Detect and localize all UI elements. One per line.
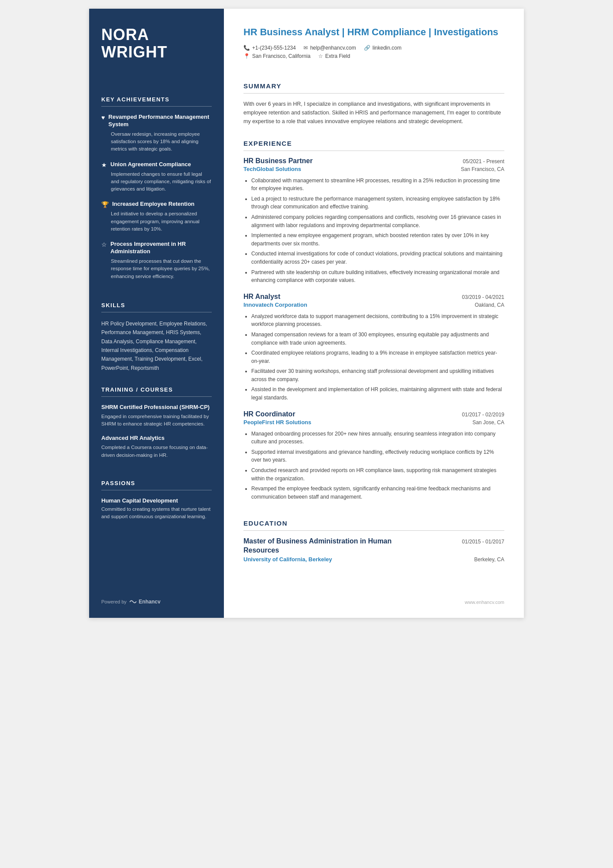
skills-divider <box>101 312 212 312</box>
main-job-title: HR Business Analyst | HRM Compliance | I… <box>243 26 504 39</box>
achievements-divider <box>101 106 212 107</box>
job-header-3: HR Coordinator 01/2017 - 02/2019 <box>243 410 504 418</box>
contact-location: 📍 San Francisco, California <box>243 53 310 59</box>
sidebar-footer: Powered by Enhancv <box>101 581 212 605</box>
job-subheader-2: Innovatech Corporation Oakland, CA <box>243 302 504 308</box>
edu-degree-1: Master of Business Administration in Hum… <box>243 537 413 555</box>
achievement-desc-3: Led initiative to develop a personalized… <box>101 210 212 233</box>
edu-subheader-1: University of California, Berkeley Berke… <box>243 556 504 563</box>
job-dates-3: 01/2017 - 02/2019 <box>462 412 504 418</box>
experience-divider <box>243 151 504 151</box>
achievement-desc-1: Oversaw redesign, increasing employee sa… <box>101 131 212 153</box>
job-bullets-2: Analyzed workforce data to support manag… <box>243 312 504 404</box>
achievement-title-4: Process Improvement in HR Administration <box>110 241 212 255</box>
job-title-1: HR Business Partner <box>243 157 313 165</box>
achievement-item-2: ★ Union Agreement Compliance Implemented… <box>101 161 212 193</box>
passion-desc-1: Committed to creating systems that nurtu… <box>101 506 212 521</box>
passions-divider <box>101 490 212 490</box>
education-title: EDUCATION <box>243 519 504 527</box>
achievement-icon-2: ★ <box>101 161 107 168</box>
job-bullet-3-3: Conducted research and provided reports … <box>251 466 504 483</box>
phone-text: +1-(234)-555-1234 <box>252 45 296 51</box>
job-dates-1: 05/2021 - Present <box>463 158 504 164</box>
training-item-1: SHRM Certified Professional (SHRM-CP) En… <box>101 404 212 428</box>
training-item-2: Advanced HR Analytics Completed a Course… <box>101 435 212 459</box>
achievement-header-3: 🏆 Increased Employee Retention <box>101 201 212 208</box>
training-title-2: Advanced HR Analytics <box>101 435 212 442</box>
edu-header-1: Master of Business Administration in Hum… <box>243 537 504 555</box>
experience-title: EXPERIENCE <box>243 140 504 147</box>
main-footer: www.enhancv.com <box>243 586 504 605</box>
achievement-item-4: ☆ Process Improvement in HR Administrati… <box>101 241 212 280</box>
job-bullet-2-4: Facilitated over 30 training workshops, … <box>251 367 504 383</box>
contact-email: ✉ help@enhancv.com <box>303 45 356 51</box>
education-divider <box>243 530 504 531</box>
contact-phone: 📞 +1-(234)-555-1234 <box>243 45 296 51</box>
job-bullet-3-2: Supported internal investigations and gr… <box>251 448 504 464</box>
main-header: HR Business Analyst | HRM Compliance | I… <box>243 26 504 61</box>
job-subheader-3: PeopleFirst HR Solutions San Jose, CA <box>243 419 504 426</box>
job-bullet-3-4: Revamped the employee feedback system, s… <box>251 485 504 501</box>
resume-container: NORA WRIGHT KEY ACHIEVEMENTS ♥ Revamped … <box>89 9 524 618</box>
achievements-list: ♥ Revamped Performance Management System… <box>101 114 212 288</box>
job-bullet-3-1: Managed onboarding processes for 200+ ne… <box>251 430 504 446</box>
extra-text: Extra Field <box>325 53 350 59</box>
job-header-2: HR Analyst 03/2019 - 04/2021 <box>243 293 504 301</box>
email-text: help@enhancv.com <box>310 45 356 51</box>
job-title-2: HR Analyst <box>243 293 280 301</box>
achievement-icon-1: ♥ <box>101 114 105 121</box>
powered-by-label: Powered by <box>101 599 127 604</box>
job-location-2: Oakland, CA <box>475 302 504 308</box>
company-name-1: TechGlobal Solutions <box>243 166 301 172</box>
edu-dates-1: 01/2015 - 01/2017 <box>462 539 504 545</box>
company-name-2: Innovatech Corporation <box>243 302 307 308</box>
company-name-3: PeopleFirst HR Solutions <box>243 419 311 426</box>
job-location-3: San Jose, CA <box>473 419 504 426</box>
training-list: SHRM Certified Professional (SHRM-CP) En… <box>101 404 212 466</box>
edu-location-1: Berkeley, CA <box>474 556 504 563</box>
job-header-1: HR Business Partner 05/2021 - Present <box>243 157 504 165</box>
contact-extra: ☆ Extra Field <box>318 53 350 59</box>
enhancv-logo: Enhancv <box>129 599 160 605</box>
job-bullets-1: Collaborated with management to streamli… <box>243 177 504 287</box>
candidate-name: NORA WRIGHT <box>101 26 212 60</box>
summary-text: With over 6 years in HR, I specialize in… <box>243 100 504 126</box>
location-icon: 📍 <box>243 53 250 59</box>
job-bullets-3: Managed onboarding processes for 200+ ne… <box>243 430 504 503</box>
sidebar: NORA WRIGHT KEY ACHIEVEMENTS ♥ Revamped … <box>89 9 224 618</box>
passions-list: Human Capital Development Committed to c… <box>101 497 212 521</box>
main-content: HR Business Analyst | HRM Compliance | I… <box>224 9 524 618</box>
training-title-1: SHRM Certified Professional (SHRM-CP) <box>101 404 212 411</box>
job-bullet-2-3: Coordinated employee relations programs,… <box>251 349 504 365</box>
location-text: San Francisco, California <box>252 53 310 59</box>
contact-row-2: 📍 San Francisco, California ☆ Extra Fiel… <box>243 53 504 59</box>
job-bullet-1-3: Administered company policies regarding … <box>251 213 504 229</box>
job-dates-2: 03/2019 - 04/2021 <box>462 294 504 300</box>
achievement-header-4: ☆ Process Improvement in HR Administrati… <box>101 241 212 255</box>
achievements-section-title: KEY ACHIEVEMENTS <box>101 96 212 103</box>
contact-row-1: 📞 +1-(234)-555-1234 ✉ help@enhancv.com 🔗… <box>243 45 504 51</box>
training-desc-2: Completed a Coursera course focusing on … <box>101 444 212 459</box>
achievement-header-1: ♥ Revamped Performance Management System <box>101 114 212 128</box>
linkedin-icon: 🔗 <box>364 45 370 51</box>
achievement-title-3: Increased Employee Retention <box>112 201 194 208</box>
summary-title: SUMMARY <box>243 82 504 90</box>
phone-icon: 📞 <box>243 45 250 51</box>
job-bullet-1-6: Partnered with site leadership on cultur… <box>251 268 504 285</box>
job-bullet-1-4: Implemented a new employee engagement pr… <box>251 231 504 248</box>
job-bullet-2-5: Assisted in the development and implemen… <box>251 385 504 402</box>
job-bullet-2-2: Managed compensation reviews for a team … <box>251 331 504 347</box>
achievement-desc-4: Streamlined processes that cut down the … <box>101 258 212 280</box>
achievement-desc-2: Implemented changes to ensure full legal… <box>101 171 212 193</box>
job-bullet-2-1: Analyzed workforce data to support manag… <box>251 312 504 328</box>
job-location-1: San Francisco, CA <box>461 166 504 172</box>
achievement-title-2: Union Agreement Compliance <box>110 161 191 168</box>
passions-section-title: PASSIONS <box>101 480 212 486</box>
edu-school-1: University of California, Berkeley <box>243 556 332 563</box>
training-divider <box>101 396 212 397</box>
extra-icon: ☆ <box>318 53 323 59</box>
job-bullet-1-2: Led a project to restructure the perform… <box>251 195 504 211</box>
job-bullet-1-1: Collaborated with management to streamli… <box>251 177 504 193</box>
training-desc-1: Engaged in comprehensive training facili… <box>101 413 212 428</box>
skills-text: HR Policy Development, Employee Relation… <box>101 319 212 372</box>
